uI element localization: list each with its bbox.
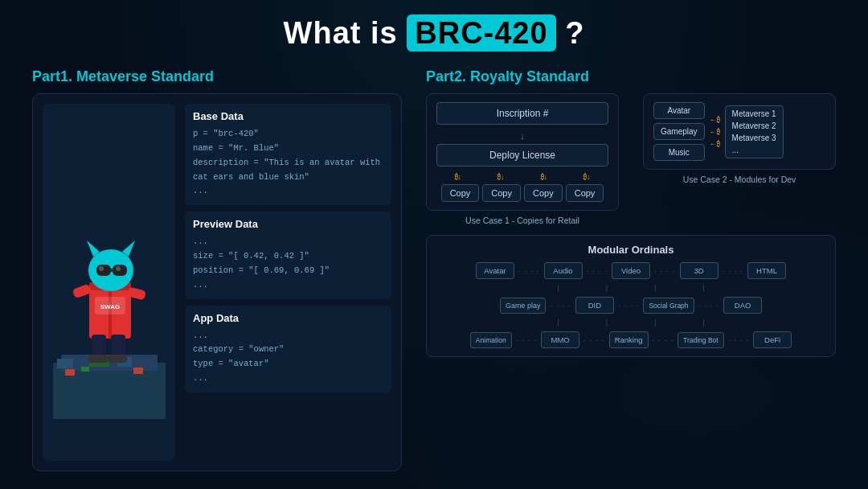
modular-row-3: Animation - - - - MMO - - - - Ranking - …: [436, 331, 825, 348]
preview-line-4: ...: [193, 278, 383, 293]
dash-11: - - - -: [728, 336, 750, 344]
dash-2: - - - -: [587, 267, 608, 275]
svg-point-14: [99, 266, 104, 271]
mod-dao: DAO: [723, 297, 762, 314]
dash-3: - - - -: [654, 267, 676, 275]
mod-3d: 3D: [680, 262, 719, 279]
vc2: |: [606, 284, 608, 292]
modular-row-2: Game play - - - - DID - - - - Social Gra…: [436, 297, 825, 314]
base-line-4: cat ears and blue skin": [193, 171, 383, 185]
preview-data-block: Preview Data ... size = "[ 0.42, 0.42 ]"…: [185, 212, 391, 298]
svg-rect-25: [81, 367, 89, 372]
main-content: Part1. Metaverse Standard: [32, 68, 836, 471]
base-data-content: p = "brc-420" name = "Mr. Blue" descript…: [193, 127, 383, 199]
preview-data-content: ... size = "[ 0.42, 0.42 ]" position = "…: [193, 235, 383, 292]
preview-line-3: position = "[ 0.69, 0.69 ]": [193, 264, 383, 278]
svg-rect-26: [133, 368, 143, 374]
right-section-title: Part2. Royalty Standard: [426, 68, 836, 85]
copy-btn-3[interactable]: Copy: [524, 184, 563, 202]
app-line-1: ...: [193, 329, 383, 343]
mod-defi: DeFi: [753, 331, 792, 348]
mod-audio: Audio: [544, 262, 583, 279]
svg-point-15: [116, 266, 121, 271]
app-line-3: type = "avatar": [193, 357, 383, 372]
left-section-title: Part1. Metaverse Standard: [32, 68, 402, 85]
data-panels: Base Data p = "brc-420" name = "Mr. Blue…: [185, 104, 391, 461]
copy-btn-4[interactable]: Copy: [566, 184, 604, 202]
btc-arrow-2: ₿↓: [497, 173, 505, 181]
app-line-2: category = "owner": [193, 343, 383, 357]
base-data-block: Base Data p = "brc-420" name = "Mr. Blue…: [185, 104, 391, 205]
modular-ordinals-section: Modular Ordinals Avatar - - - - Audio - …: [426, 235, 836, 357]
bitcoin-arrows: ₿↓ ₿↓ ₿↓ ₿↓: [436, 173, 608, 181]
mod-social-graph: Social Graph: [643, 298, 694, 314]
dash-4: - - - -: [723, 267, 744, 275]
svg-text:SWAG: SWAG: [100, 303, 119, 310]
uc2-avatar: Avatar: [653, 102, 705, 119]
modular-title: Modular Ordinals: [436, 244, 825, 256]
modular-grid: Avatar - - - - Audio - - - - Video - - -…: [436, 262, 825, 348]
dash-5: - - - -: [550, 302, 571, 310]
preview-line-2: size = "[ 0.42, 0.42 ]": [193, 249, 383, 264]
metaverse-ellipsis: ...: [732, 146, 776, 154]
title-suffix: ?: [556, 16, 585, 50]
svg-rect-13: [111, 269, 114, 272]
app-line-4: ...: [193, 372, 383, 386]
use-case-2: Avatar Gameplay Music ←₿ ←₿ ←₿: [643, 93, 836, 225]
dash-8: - - - -: [516, 336, 538, 344]
vc5: |: [557, 318, 559, 327]
uc2-music: Music: [653, 144, 705, 161]
base-line-2: name = "Mr. Blue": [193, 142, 383, 156]
svg-rect-22: [88, 355, 108, 363]
btc-arrow-1: ₿↓: [455, 173, 462, 181]
vc3: |: [654, 284, 656, 292]
copy-btn-2[interactable]: Copy: [482, 184, 521, 202]
app-data-block: App Data ... category = "owner" type = "…: [185, 306, 391, 392]
app-data-title: App Data: [193, 312, 383, 324]
copy-btn-1[interactable]: Copy: [441, 184, 480, 202]
mod-animation: Animation: [470, 332, 512, 348]
base-line-3: description = "This is an avatar with: [193, 156, 383, 171]
svg-rect-18: [72, 284, 92, 299]
vc4: |: [702, 284, 704, 292]
preview-line-1: ...: [193, 235, 383, 249]
left-panel: SWAG: [32, 93, 402, 471]
dash-10: - - - -: [653, 336, 674, 344]
avatar-box: SWAG: [43, 104, 175, 461]
deploy-label: Deploy License: [489, 150, 555, 161]
mod-mmo: MMO: [541, 331, 579, 348]
svg-rect-11: [96, 265, 111, 276]
base-data-title: Base Data: [193, 110, 383, 122]
vc8: |: [702, 318, 704, 327]
preview-data-title: Preview Data: [193, 218, 383, 230]
btc-a2: ←₿: [710, 128, 720, 136]
uc2-gameplay: Gameplay: [653, 123, 705, 140]
dash-7: - - - -: [698, 302, 720, 310]
copies-row: Copy Copy Copy Copy: [436, 184, 608, 202]
title-prefix: What is: [284, 16, 407, 50]
title-highlight: BRC-420: [407, 14, 555, 51]
base-line-5: ...: [193, 184, 383, 199]
page: What is BRC-420 ? Part1. Metaverse Stand…: [0, 0, 868, 489]
inscription-label: Inscription #: [497, 108, 549, 119]
deploy-box: Deploy License: [436, 144, 608, 166]
uc2-label: Use Case 2 - Modules for Dev: [643, 175, 836, 184]
left-column: Part1. Metaverse Standard: [32, 68, 402, 471]
btc-a3: ←₿: [710, 140, 720, 148]
modular-connectors-1: | | | |: [436, 284, 825, 292]
btc-arrow-4: ₿↓: [583, 173, 591, 181]
svg-rect-23: [108, 355, 127, 363]
uc2-right-modules: Metaverse 1 Metaverse 2 Metaverse 3 ...: [725, 105, 784, 158]
uc1-diagram: Inscription # ↓ Deploy License ₿↓ ₿↓ ₿↓: [426, 93, 619, 211]
mod-gameplay: Game play: [500, 298, 547, 314]
btc-a1: ←₿: [710, 116, 720, 124]
modular-connectors-2: | | | |: [436, 318, 825, 327]
use-case-1: Inscription # ↓ Deploy License ₿↓ ₿↓ ₿↓: [426, 93, 619, 225]
mod-trading-bot: Trading Bot: [678, 332, 724, 348]
modular-row-1: Avatar - - - - Audio - - - - Video - - -…: [436, 262, 825, 279]
title-row: What is BRC-420 ?: [32, 16, 836, 51]
vc7: |: [654, 318, 656, 327]
metaverse-1: Metaverse 1: [732, 109, 776, 118]
metaverse-2: Metaverse 2: [732, 121, 776, 130]
mod-html: HTML: [747, 262, 786, 279]
